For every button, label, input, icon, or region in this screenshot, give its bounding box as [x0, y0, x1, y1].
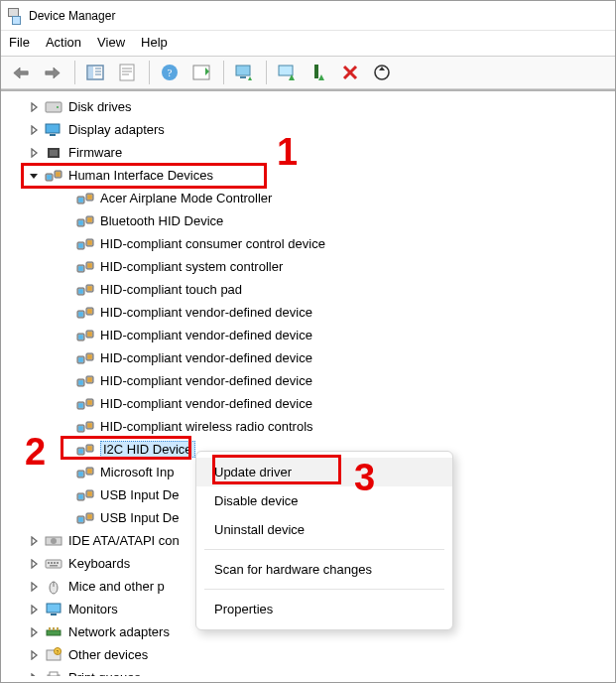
action-center-button[interactable]: [186, 59, 216, 86]
category-label: Human Interface Devices: [68, 168, 213, 183]
device-item[interactable]: HID-compliant wireless radio controls: [1, 415, 615, 438]
svg-rect-63: [78, 335, 83, 340]
ctx-uninstall-device[interactable]: Uninstall device: [196, 515, 452, 544]
svg-marker-108: [32, 583, 37, 591]
chevron-right-icon[interactable]: [29, 627, 43, 637]
category-label: Firmware: [68, 145, 122, 160]
device-item[interactable]: HID-compliant vendor-defined device: [1, 324, 615, 346]
device-item[interactable]: HID-compliant vendor-defined device: [1, 301, 615, 324]
category-label: Mice and other p: [68, 579, 165, 594]
toolbar-separator: [74, 61, 75, 84]
category-firmware[interactable]: Firmware: [1, 141, 615, 164]
svg-rect-69: [87, 354, 92, 359]
toolbar-separator: [149, 61, 150, 84]
device-label: HID-compliant vendor-defined device: [100, 373, 312, 388]
properties-button[interactable]: [112, 59, 142, 86]
category-label: IDE ATA/ATAPI con: [68, 533, 180, 548]
help-button[interactable]: ?: [155, 59, 185, 86]
chevron-down-icon[interactable]: [29, 171, 43, 181]
device-label: Acer Airplane Mode Controller: [100, 191, 272, 205]
chevron-right-icon[interactable]: [29, 125, 43, 135]
show-hide-tree-button[interactable]: [80, 59, 110, 86]
svg-rect-35: [47, 175, 52, 180]
category-print[interactable]: Print queues: [1, 666, 615, 676]
device-item[interactable]: Acer Airplane Mode Controller: [1, 187, 615, 209]
chevron-right-icon[interactable]: [29, 559, 43, 569]
category-label: Other devices: [68, 647, 148, 662]
forward-button[interactable]: [38, 59, 67, 86]
category-label: Network adapters: [68, 624, 170, 639]
enable-bar-button[interactable]: [304, 59, 333, 86]
svg-rect-75: [78, 403, 83, 408]
svg-rect-18: [314, 65, 318, 78]
svg-rect-71: [78, 380, 83, 385]
device-label: HID-compliant consumer control device: [100, 236, 325, 251]
device-item[interactable]: HID-compliant vendor-defined device: [1, 346, 615, 369]
arrow-right-icon: [44, 66, 62, 80]
svg-rect-85: [87, 446, 92, 451]
device-item[interactable]: HID-compliant vendor-defined device: [1, 392, 615, 415]
svg-marker-114: [32, 628, 37, 636]
svg-rect-97: [87, 514, 92, 519]
ctx-separator: [204, 549, 444, 550]
svg-rect-95: [78, 517, 83, 522]
svg-rect-61: [87, 309, 92, 314]
svg-rect-29: [50, 134, 56, 136]
menu-view[interactable]: View: [97, 35, 125, 50]
chevron-right-icon[interactable]: [29, 536, 43, 546]
chevron-right-icon[interactable]: [29, 605, 43, 615]
ctx-scan-hardware[interactable]: Scan for hardware changes: [196, 555, 452, 584]
category-label: Monitors: [68, 602, 118, 616]
chevron-right-icon[interactable]: [29, 102, 43, 112]
ctx-disable-device[interactable]: Disable device: [196, 486, 452, 515]
device-manager-icon: [7, 8, 23, 24]
svg-marker-30: [32, 149, 37, 157]
hid-device-icon: [76, 396, 94, 412]
device-item[interactable]: HID-compliant system controller: [1, 255, 615, 278]
device-label: HID-compliant system controller: [100, 259, 283, 274]
menu-action[interactable]: Action: [46, 35, 81, 50]
hid-device-icon: [76, 282, 94, 298]
svg-rect-41: [87, 195, 92, 200]
uninstall-device-button[interactable]: [335, 59, 365, 86]
ctx-update-driver[interactable]: Update driver: [196, 458, 452, 486]
menu-file[interactable]: File: [9, 35, 30, 50]
monitor-arrow-icon: [277, 63, 297, 82]
category-label: Keyboards: [68, 556, 130, 571]
device-item[interactable]: Bluetooth HID Device: [1, 209, 615, 232]
back-button[interactable]: [6, 59, 36, 86]
svg-rect-73: [87, 377, 92, 382]
category-disk[interactable]: Disk drives: [1, 95, 615, 118]
device-item[interactable]: HID-compliant vendor-defined device: [1, 369, 615, 392]
menu-help[interactable]: Help: [141, 35, 168, 50]
chevron-right-icon[interactable]: [29, 582, 43, 592]
chevron-right-icon[interactable]: [29, 148, 43, 158]
mouse-icon: [45, 579, 62, 595]
device-item[interactable]: HID-compliant touch pad: [1, 278, 615, 301]
device-item[interactable]: HID-compliant consumer control device: [1, 232, 615, 255]
category-hid[interactable]: Human Interface Devices: [1, 164, 615, 187]
svg-rect-115: [47, 630, 61, 635]
monitor-icon: [45, 602, 62, 617]
hid-device-icon: [76, 350, 94, 366]
window-title: Device Manager: [29, 9, 115, 23]
category-display[interactable]: Display adapters: [1, 118, 615, 141]
ctx-properties[interactable]: Properties: [196, 595, 452, 623]
chevron-right-icon[interactable]: [29, 673, 43, 677]
svg-marker-24: [32, 103, 37, 111]
hid-device-icon: [76, 487, 94, 503]
chevron-right-icon[interactable]: [29, 650, 43, 660]
enable-device-button[interactable]: [272, 59, 302, 86]
svg-rect-77: [87, 400, 92, 405]
svg-rect-105: [54, 562, 56, 564]
device-label: HID-compliant wireless radio controls: [100, 419, 313, 434]
scan-hardware-button[interactable]: [367, 59, 397, 86]
hid-device-icon: [76, 442, 94, 458]
context-menu: Update driver Disable device Uninstall d…: [195, 451, 453, 630]
hid-device-icon: [76, 510, 94, 526]
svg-rect-89: [87, 469, 92, 474]
category-other[interactable]: ?Other devices: [1, 643, 615, 666]
firmware-icon: [45, 145, 62, 161]
update-driver-button[interactable]: [229, 59, 259, 86]
device-label: HID-compliant vendor-defined device: [100, 350, 312, 365]
